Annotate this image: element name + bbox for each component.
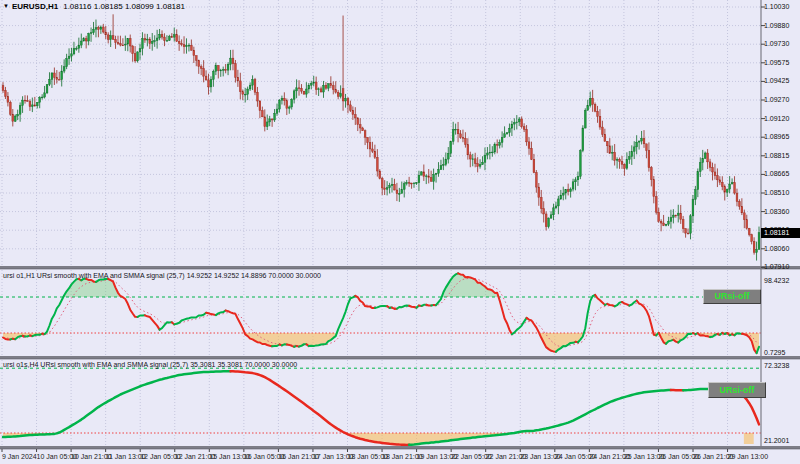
price-axis-label: 1.09425 <box>764 77 789 85</box>
chart-dropdown-icon[interactable]: ▼ <box>3 3 9 9</box>
price-axis-label: 1.09120 <box>764 115 789 123</box>
price-axis-label: 1.08965 <box>764 133 789 141</box>
time-axis-label: 9 Jan 2024 <box>2 453 37 461</box>
price-axis-label: 1.09880 <box>764 22 789 30</box>
chart-canvas[interactable] <box>0 0 800 464</box>
ursi-off-button-h1[interactable]: URsi-off <box>703 289 761 304</box>
ursi-off-button-h4[interactable]: URsi-off <box>708 382 766 398</box>
price-axis-label: 1.08510 <box>764 189 789 197</box>
price-axis-label: 1.08815 <box>764 152 789 160</box>
price-axis-label: 1.08210 <box>764 226 789 234</box>
mt4-chart-window: ▼EURUSD,H11.08116 1.08185 1.08099 1.0818… <box>0 0 800 464</box>
price-axis-label: 1.08060 <box>764 245 789 253</box>
price-axis-label: 1.08360 <box>764 208 789 216</box>
price-axis-label: 1.10030 <box>764 3 789 11</box>
price-axis-label: 1.09270 <box>764 96 789 104</box>
price-axis-label: 1.09730 <box>764 40 789 48</box>
price-axis-label: 1.08665 <box>764 170 789 178</box>
time-axis-label: 29 Jan 13:00 <box>728 453 768 461</box>
price-axis-label: 1.07910 <box>764 263 789 271</box>
price-axis-label: 1.09575 <box>764 59 789 67</box>
